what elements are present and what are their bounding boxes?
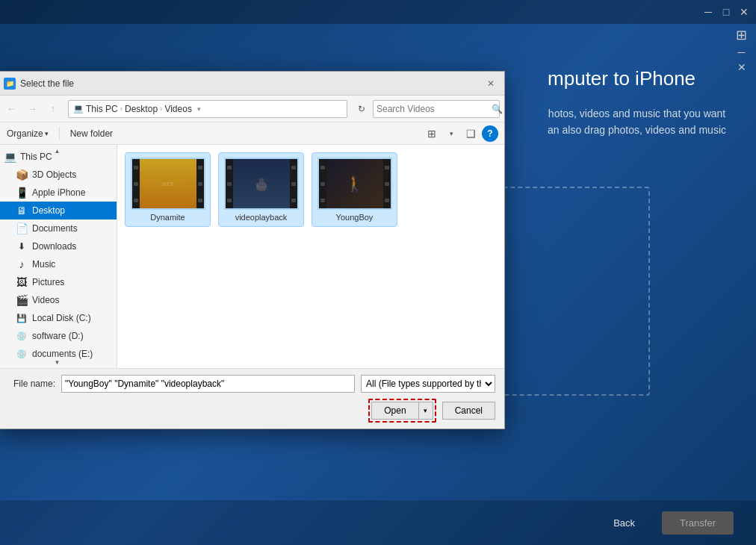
sidebar-ddrive-label: software (D:) bbox=[32, 331, 84, 341]
film-dynamite-bg: BTS bbox=[140, 159, 196, 208]
film-youngboy-bg: 🚶 bbox=[326, 159, 383, 208]
file-item-dynamite[interactable]: BTS Dynamite bbox=[125, 152, 211, 227]
sidebar-item-music[interactable]: ♪ Music bbox=[0, 255, 117, 273]
film-hole bbox=[227, 182, 232, 186]
sidebar-pictures-label: Pictures bbox=[32, 277, 64, 287]
filetype-select[interactable]: All (File types supported by the bbox=[361, 375, 495, 393]
organize-button[interactable]: Organize ▾ bbox=[4, 127, 52, 140]
sidebar-item-desktop[interactable]: 🖥 Desktop bbox=[0, 202, 117, 219]
film-content-youngboy: 🚶 bbox=[326, 159, 383, 208]
organize-label: Organize bbox=[7, 128, 43, 139]
back-nav-button[interactable]: ← bbox=[2, 100, 20, 118]
search-input[interactable] bbox=[377, 104, 489, 114]
search-icon: 🔍 bbox=[492, 104, 503, 114]
desktop-icon: 🖥 bbox=[16, 205, 28, 217]
film-strip-left-videoplayback bbox=[226, 159, 233, 208]
3dobjects-icon: 📦 bbox=[16, 169, 28, 181]
search-box[interactable]: 🔍 bbox=[373, 100, 500, 118]
cancel-button[interactable]: Cancel bbox=[442, 402, 495, 420]
subtoolbar-separator bbox=[59, 127, 60, 140]
crumb-desktop: Desktop bbox=[125, 104, 158, 114]
file-label-dynamite: Dynamite bbox=[150, 213, 185, 222]
film-hole bbox=[320, 182, 325, 186]
sidebar-item-documents[interactable]: 📄 Documents bbox=[0, 219, 117, 237]
crumb-thispc: This PC bbox=[86, 104, 118, 114]
sidebar-desktop-label: Desktop bbox=[32, 205, 65, 216]
help-button[interactable]: ? bbox=[482, 125, 498, 142]
open-button-wrapper: Open ▾ bbox=[368, 399, 436, 423]
file-label-youngboy: YoungBoy bbox=[336, 213, 374, 222]
film-hole bbox=[198, 166, 202, 169]
film-videoplayback-bg: 🎂 bbox=[233, 159, 290, 208]
film-hole bbox=[320, 166, 325, 169]
forward-nav-button[interactable]: → bbox=[23, 100, 41, 118]
file-item-videoplayback[interactable]: 🎂 videoplayback bbox=[218, 152, 304, 227]
refresh-button[interactable]: ↻ bbox=[353, 101, 370, 117]
filename-label: File name: bbox=[7, 379, 55, 389]
film-hole bbox=[385, 199, 389, 202]
sidebar-item-3dobjects[interactable]: 📦 3D Objects bbox=[0, 166, 117, 184]
address-bar[interactable]: 💻 This PC › Desktop › Videos ▾ bbox=[68, 100, 347, 118]
sidebar-item-ddrive[interactable]: 💿 software (D:) bbox=[0, 327, 117, 345]
film-strip-left-youngboy bbox=[319, 159, 326, 208]
new-folder-label: New folder bbox=[70, 128, 113, 139]
file-item-youngboy[interactable]: 🚶 YoungBoy bbox=[312, 152, 397, 227]
sidebar-scroll-up[interactable]: ▲ bbox=[0, 145, 117, 157]
sidebar-videos-label: Videos bbox=[32, 295, 59, 305]
file-dialog: 📁 Select the file ✕ ← → ↑ 💻 This PC › De… bbox=[0, 71, 505, 429]
film-strip-left-dynamite bbox=[132, 159, 140, 208]
film-hole bbox=[198, 182, 202, 186]
open-button[interactable]: Open bbox=[371, 402, 418, 420]
videos-icon: 🎬 bbox=[16, 294, 28, 306]
sidebar-documents-label: Documents bbox=[32, 223, 78, 234]
open-dropdown-icon: ▾ bbox=[424, 407, 427, 414]
sidebar-item-cdrive[interactable]: 💾 Local Disk (C:) bbox=[0, 309, 117, 327]
dialog-overlay: 📁 Select the file ✕ ← → ↑ 💻 This PC › De… bbox=[0, 0, 756, 545]
up-nav-button[interactable]: ↑ bbox=[44, 100, 62, 118]
buttons-row: Open ▾ Cancel bbox=[7, 399, 495, 423]
open-dropdown-button[interactable]: ▾ bbox=[418, 402, 433, 420]
film-hole bbox=[291, 199, 296, 202]
sidebar-item-videos[interactable]: 🎬 Videos bbox=[0, 291, 117, 309]
file-label-videoplayback: videoplayback bbox=[235, 213, 288, 222]
dialog-filelist: BTS Dynamite bbox=[117, 145, 504, 368]
dialog-subtoolbar: Organize ▾ New folder ⊞ ▾ ❑ ? bbox=[0, 122, 504, 145]
film-hole bbox=[320, 199, 325, 202]
crumb-videos: Videos bbox=[164, 104, 191, 114]
sidebar-3dobjects-label: 3D Objects bbox=[32, 169, 76, 180]
film-hole bbox=[385, 182, 389, 186]
file-thumbnail-videoplayback: 🎂 bbox=[224, 158, 299, 210]
sidebar-item-iphone[interactable]: 📱 Apple iPhone bbox=[0, 184, 117, 202]
pane-toggle-btn[interactable]: ❑ bbox=[462, 125, 479, 142]
sidebar-item-pictures[interactable]: 🖼 Pictures bbox=[0, 273, 117, 291]
dialog-titlebar: 📁 Select the file ✕ bbox=[0, 72, 504, 96]
new-folder-button[interactable]: New folder bbox=[67, 127, 116, 140]
sidebar-scroll-down[interactable]: ▼ bbox=[0, 356, 117, 368]
filename-input[interactable] bbox=[61, 375, 355, 393]
file-thumbnail-youngboy: 🚶 bbox=[317, 158, 392, 210]
film-hole bbox=[385, 166, 389, 169]
view-dropdown-btn[interactable]: ▾ bbox=[443, 125, 459, 142]
dialog-toolbar: ← → ↑ 💻 This PC › Desktop › Videos ▾ ↻ 🔍 bbox=[0, 96, 504, 122]
film-strip-right-youngboy bbox=[383, 159, 391, 208]
ddrive-icon: 💿 bbox=[16, 330, 28, 342]
dialog-title: Select the file bbox=[20, 78, 479, 89]
sidebar-iphone-label: Apple iPhone bbox=[32, 187, 85, 198]
crumb-dropdown-icon[interactable]: ▾ bbox=[197, 105, 201, 113]
view-icon-btn[interactable]: ⊞ bbox=[424, 125, 440, 142]
dialog-close-button[interactable]: ✕ bbox=[483, 76, 498, 91]
film-hole bbox=[198, 199, 202, 202]
film-hole bbox=[291, 182, 296, 186]
dialog-app-icon: 📁 bbox=[4, 78, 16, 90]
film-strip-right-dynamite bbox=[196, 159, 204, 208]
address-crumb: 💻 This PC › Desktop › Videos ▾ bbox=[73, 104, 201, 114]
cdrive-icon: 💾 bbox=[16, 312, 28, 324]
dialog-content: ▲ 💻 This PC 📦 3D Objects 📱 Apple iPhone bbox=[0, 145, 504, 368]
sidebar-item-downloads[interactable]: ⬇ Downloads bbox=[0, 237, 117, 255]
music-icon: ♪ bbox=[16, 258, 28, 270]
sidebar-cdrive-label: Local Disk (C:) bbox=[32, 313, 91, 323]
downloads-icon: ⬇ bbox=[16, 240, 28, 252]
file-thumbnail-dynamite: BTS bbox=[131, 158, 205, 210]
filename-row: File name: All (File types supported by … bbox=[7, 375, 495, 393]
view-options: ⊞ ▾ ❑ ? bbox=[424, 125, 498, 142]
